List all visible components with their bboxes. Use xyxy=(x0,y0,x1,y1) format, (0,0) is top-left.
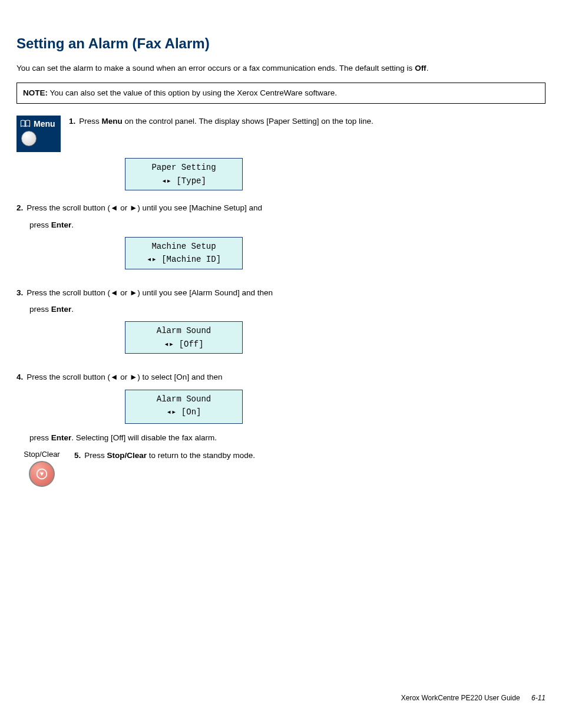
step-3-num: 3. xyxy=(16,288,23,297)
step-4b-bold: Enter xyxy=(51,433,72,442)
book-icon xyxy=(20,120,31,128)
step-4b-text: press Enter. Selecting [Off] will disabl… xyxy=(16,432,546,444)
step-3a-mid: or xyxy=(118,288,130,297)
step-2a-suffix: ) until you see [Machine Setup] and xyxy=(137,203,262,212)
step-5-bold: Stop/Clear xyxy=(107,451,147,460)
step-1-prefix: Press xyxy=(79,117,101,126)
step-3b-bold: Enter xyxy=(51,305,72,314)
lcd-2-bot: [Machine ID] xyxy=(161,255,221,264)
step-4b-suffix: . Selecting [Off] will disable the fax a… xyxy=(71,433,217,442)
step-3b-prefix: press xyxy=(29,305,51,314)
intro-suffix: . xyxy=(427,64,429,73)
step-2b-bold: Enter xyxy=(51,220,72,229)
lcd-2-top: Machine Setup xyxy=(125,240,242,253)
step-1-text: 1.Press Menu on the control panel. The d… xyxy=(69,116,546,127)
footer-text: Xerox WorkCentre PE220 User Guide xyxy=(401,694,520,702)
note-box: NOTE: You can also set the value of this… xyxy=(16,83,546,104)
step-1-bold: Menu xyxy=(102,117,123,126)
step-4a-suffix: ) to select [On] and then xyxy=(137,373,222,381)
lcd-2: Machine Setup ◂▸ [Machine ID] xyxy=(125,237,243,269)
lcd-1-arrows: ◂▸ xyxy=(161,174,171,187)
step-5-prefix: Press xyxy=(84,451,107,460)
step-5-row: Stop/Clear 5.Press Stop/Clear to return … xyxy=(16,450,546,487)
step-2a-mid: or xyxy=(118,203,130,212)
step-2a-arrow-r: ► xyxy=(130,203,137,212)
step-5-num: 5. xyxy=(74,451,81,460)
stop-clear-label: Stop/Clear xyxy=(24,450,59,459)
step-4-num: 4. xyxy=(16,373,23,381)
lcd-4-bot: [On] xyxy=(181,407,201,417)
stop-clear-circle xyxy=(29,461,55,487)
lcd-1-top: Paper Setting xyxy=(125,161,242,174)
step-2a-arrow-l: ◄ xyxy=(110,203,118,212)
step-5-text: 5.Press Stop/Clear to return to the stan… xyxy=(74,450,546,462)
step-2b-suffix: . xyxy=(71,220,74,229)
intro-prefix: You can set the alarm to make a sound wh… xyxy=(16,64,415,73)
lcd-3-arrows: ◂▸ xyxy=(164,338,174,351)
stop-clear-button[interactable]: Stop/Clear xyxy=(22,450,61,487)
step-2b-prefix: press xyxy=(29,220,51,229)
note-text: You can also set the value of this optio… xyxy=(48,88,337,97)
page-footer: Xerox WorkCentre PE220 User Guide 6-11 xyxy=(401,694,546,702)
intro-bold: Off xyxy=(415,64,427,73)
lcd-3: Alarm Sound ◂▸ [Off] xyxy=(125,321,243,354)
lcd-3-bot: [Off] xyxy=(179,340,204,349)
step-4a-prefix: Press the scroll button ( xyxy=(27,373,110,381)
stop-triangle-icon xyxy=(36,468,48,480)
step-1-row: Menu 1.Press Menu on the control panel. … xyxy=(16,116,546,152)
step-4a-arrow-r: ► xyxy=(130,373,137,381)
menu-label: Menu xyxy=(34,119,55,129)
lcd-1-bot: [Type] xyxy=(176,176,206,186)
step-3a-arrow-l: ◄ xyxy=(110,288,118,297)
lcd-3-top: Alarm Sound xyxy=(125,324,242,337)
step-3b-suffix: . xyxy=(71,305,74,314)
lcd-4-arrows: ◂▸ xyxy=(167,406,177,419)
menu-button[interactable]: Menu xyxy=(16,116,61,152)
page-title: Setting an Alarm (Fax Alarm) xyxy=(16,35,546,52)
step-3a-suffix: ) until you see [Alarm Sound] and then xyxy=(137,288,273,297)
step-4-text: 4.Press the scroll button (◄ or ►) to se… xyxy=(16,371,546,383)
lcd-4-top: Alarm Sound xyxy=(125,393,242,406)
step-1-suffix: on the control panel. The display shows … xyxy=(123,117,373,126)
step-4a-mid: or xyxy=(118,373,130,381)
note-label: NOTE: xyxy=(23,88,48,97)
step-3a-prefix: Press the scroll button ( xyxy=(27,288,110,297)
step-3a-arrow-r: ► xyxy=(130,288,137,297)
lcd-1: Paper Setting ◂▸ [Type] xyxy=(125,158,243,190)
footer-page-number: 6-11 xyxy=(531,694,546,702)
step-4a-arrow-l: ◄ xyxy=(110,373,118,381)
step-2a-prefix: Press the scroll button ( xyxy=(27,203,110,212)
lcd-2-arrows: ◂▸ xyxy=(147,253,157,266)
step-5-suffix: to return to the standby mode. xyxy=(147,451,255,460)
intro-paragraph: You can set the alarm to make a sound wh… xyxy=(16,62,546,74)
step-1-num: 1. xyxy=(69,117,75,126)
lcd-4: Alarm Sound ◂▸ [On] xyxy=(125,390,243,424)
menu-button-circle xyxy=(21,131,37,146)
step-3-text: 3.Press the scroll button (◄ or ►) until… xyxy=(16,287,546,316)
step-2-num: 2. xyxy=(16,203,23,212)
step-4b-prefix: press xyxy=(29,433,51,442)
step-2-text: 2.Press the scroll button (◄ or ►) until… xyxy=(16,202,546,231)
